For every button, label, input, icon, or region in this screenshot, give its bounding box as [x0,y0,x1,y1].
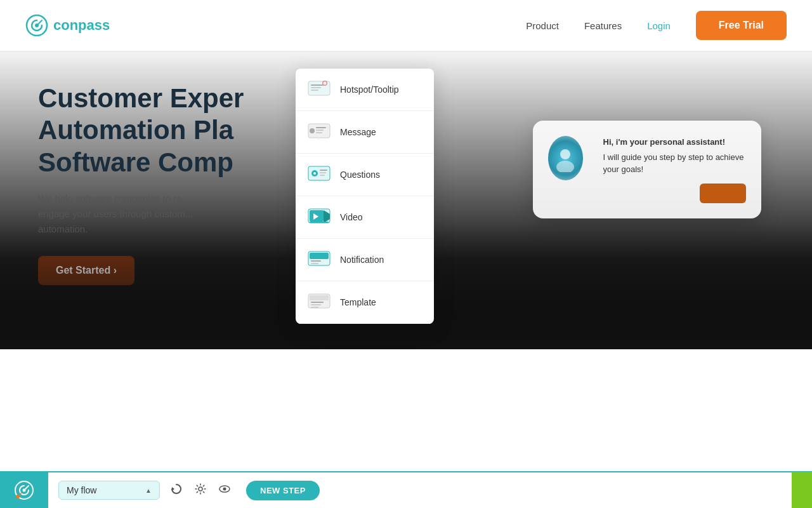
gear-icon [194,483,207,495]
svg-point-19 [313,172,316,175]
chat-description: I will guide you step by step to achieve… [603,151,746,176]
status-dot [792,472,812,508]
settings-button[interactable] [194,483,207,498]
header-nav: Product Features Login Free Trial [526,11,787,40]
hero-content: Customer ExperAutomation PlaSoftware Com… [0,51,304,317]
template-label: Template [340,297,376,307]
svg-rect-36 [311,307,318,308]
svg-rect-33 [310,295,329,300]
svg-point-10 [324,82,327,85]
logo-icon [25,14,48,37]
svg-rect-27 [310,222,329,223]
nav-login[interactable]: Login [647,20,671,31]
toolbar-icons [170,483,231,498]
svg-rect-15 [316,132,322,133]
menu-item-hotspot[interactable]: Hotspot/Tooltip [296,69,434,111]
free-trial-button[interactable]: Free Trial [696,11,787,40]
questions-label: Questions [340,170,380,180]
svg-rect-6 [311,84,324,86]
svg-rect-31 [311,263,318,264]
toolbar-logo [0,472,48,508]
svg-marker-42 [172,487,174,491]
svg-point-40 [16,495,20,498]
nav-features[interactable]: Features [584,20,622,31]
svg-rect-8 [311,90,318,91]
chat-greeting: Hi, i'm your personal assistant! [603,136,746,149]
refresh-icon [170,483,183,495]
bottom-toolbar: My flow ▲ NEW STEP [0,471,812,508]
chat-action-button[interactable] [700,184,746,203]
questions-icon [307,163,331,187]
toolbar-logo-icon [14,480,34,500]
menu-item-notification[interactable]: Notification [296,239,434,281]
svg-point-4 [556,161,574,172]
message-label: Message [340,127,376,137]
svg-rect-21 [320,172,326,173]
template-icon [307,290,331,314]
svg-rect-30 [311,260,321,262]
preview-button[interactable] [218,483,231,498]
chevron-up-icon: ▲ [145,487,152,494]
dropdown-menu: Hotspot/Tooltip Message Questions [296,69,434,324]
video-icon [307,205,331,229]
get-started-button[interactable]: Get Started › [38,256,134,285]
menu-item-questions[interactable]: Questions [296,154,434,196]
notification-label: Notification [340,255,384,265]
svg-point-45 [223,487,226,490]
video-label: Video [340,212,363,222]
flow-name-input[interactable]: My flow ▲ [58,481,160,500]
svg-rect-22 [320,175,325,176]
svg-rect-13 [316,127,326,128]
hero-title: Customer ExperAutomation PlaSoftware Com… [38,83,266,178]
svg-line-2 [37,20,42,25]
nav-product[interactable]: Product [526,20,559,31]
hero-subtitle: We help software companies to re... enga… [38,191,266,237]
svg-rect-34 [311,302,324,303]
refresh-button[interactable] [170,483,183,498]
hotspot-tooltip-label: Hotspot/Tooltip [340,84,399,95]
svg-line-39 [24,486,29,490]
svg-rect-29 [310,253,329,259]
menu-item-template[interactable]: Template [296,281,434,324]
logo[interactable]: conpass [25,14,110,37]
svg-rect-14 [316,130,324,131]
avatar [548,136,583,180]
svg-point-43 [199,487,202,491]
chat-bubble: Hi, i'm your personal assistant! I will … [603,136,746,203]
svg-rect-7 [311,87,321,88]
svg-rect-35 [311,304,321,305]
svg-point-12 [310,128,315,133]
menu-item-video[interactable]: Video [296,196,434,239]
new-step-button[interactable]: NEW STEP [246,481,320,500]
header: conpass Product Features Login Free Tria… [0,0,812,51]
svg-marker-16 [317,138,320,140]
svg-point-3 [560,149,570,159]
message-icon [307,120,331,144]
chat-card: Hi, i'm your personal assistant! I will … [533,121,761,218]
flow-name-text: My flow [67,485,96,495]
notification-icon [307,248,331,272]
svg-rect-20 [320,170,327,171]
hotspot-tooltip-icon [307,77,331,102]
logo-text: conpass [53,17,110,34]
eye-icon [218,483,231,495]
menu-item-message[interactable]: Message [296,111,434,154]
